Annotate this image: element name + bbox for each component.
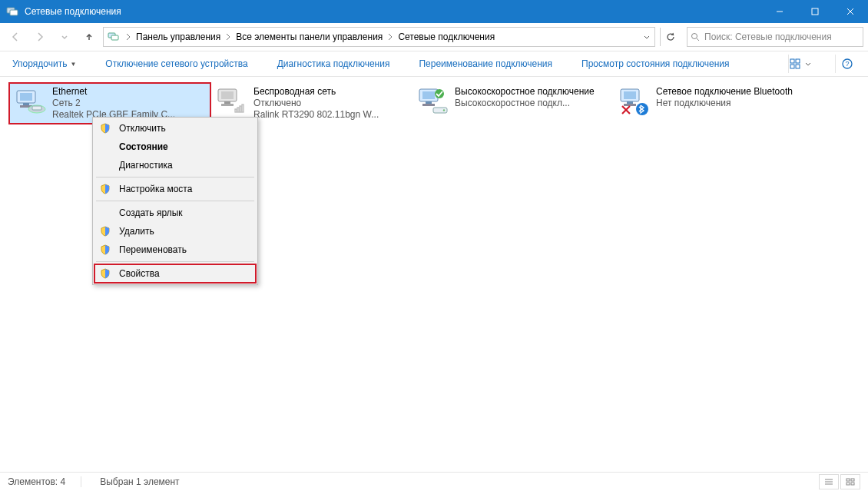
status-bar: Элементов: 4 Выбран 1 элемент bbox=[0, 472, 868, 491]
menu-item-shortcut[interactable]: Создать ярлык bbox=[94, 204, 256, 222]
svg-line-9 bbox=[697, 38, 699, 41]
svg-rect-18 bbox=[23, 103, 29, 105]
search-icon bbox=[691, 32, 700, 41]
organize-button[interactable]: Упорядочить▼ bbox=[9, 57, 79, 71]
menu-separator bbox=[96, 201, 254, 201]
svg-rect-12 bbox=[790, 65, 794, 68]
connection-name: Ethernet bbox=[52, 86, 175, 98]
svg-rect-27 bbox=[237, 108, 239, 112]
diagnose-button[interactable]: Диагностика подключения bbox=[274, 57, 393, 71]
toolbar: Упорядочить▼ Отключение сетевого устройс… bbox=[0, 51, 868, 77]
back-button[interactable] bbox=[5, 26, 26, 48]
svg-rect-10 bbox=[790, 59, 794, 63]
disable-device-button[interactable]: Отключение сетевого устройства bbox=[102, 57, 250, 71]
connection-name: Беспроводная сеть bbox=[253, 86, 379, 98]
svg-point-34 bbox=[435, 89, 444, 98]
svg-rect-3 bbox=[812, 8, 818, 15]
network-adapter-icon bbox=[618, 86, 651, 117]
svg-rect-7 bbox=[111, 35, 118, 40]
svg-rect-13 bbox=[796, 65, 800, 68]
close-button[interactable] bbox=[833, 0, 868, 23]
content-area: Ethernet Сеть 2 Realtek PCIe GBE Family … bbox=[0, 77, 868, 472]
rename-button[interactable]: Переименование подключения bbox=[416, 57, 555, 71]
svg-rect-25 bbox=[221, 104, 234, 106]
menu-item-rename[interactable]: Переименовать bbox=[94, 241, 256, 259]
svg-rect-17 bbox=[20, 93, 32, 101]
svg-point-36 bbox=[443, 109, 445, 111]
titlebar: Сетевые подключения bbox=[0, 0, 868, 23]
connection-device: Ralink RT3290 802.11bgn W... bbox=[253, 109, 379, 121]
menu-item-disable[interactable]: Отключить bbox=[94, 119, 256, 138]
breadcrumb-3[interactable]: Сетевые подключения bbox=[395, 28, 498, 46]
svg-rect-35 bbox=[433, 108, 447, 113]
shield-icon bbox=[98, 267, 113, 280]
svg-rect-1 bbox=[10, 10, 18, 15]
connection-name: Высокоскоростное подключение bbox=[455, 86, 595, 98]
menu-item-diagnose[interactable]: Диагностика bbox=[94, 156, 256, 174]
connection-device: Высокоскоростное подкл... bbox=[455, 98, 595, 109]
svg-rect-48 bbox=[851, 479, 854, 481]
connection-status: Отключено bbox=[253, 98, 379, 109]
up-button[interactable] bbox=[78, 26, 100, 48]
connection-status: Сеть 2 bbox=[52, 98, 175, 109]
forward-button[interactable] bbox=[29, 26, 51, 48]
chevron-right-icon[interactable] bbox=[225, 33, 231, 41]
menu-item-status[interactable]: Состояние bbox=[94, 138, 256, 156]
chevron-right-icon[interactable] bbox=[125, 33, 131, 41]
help-button[interactable]: ? bbox=[835, 55, 859, 73]
svg-point-8 bbox=[692, 34, 697, 39]
minimize-button[interactable] bbox=[762, 0, 797, 23]
menu-item-properties[interactable]: Свойства bbox=[94, 264, 256, 283]
refresh-button[interactable] bbox=[660, 28, 681, 46]
maximize-button[interactable] bbox=[797, 0, 833, 23]
svg-rect-33 bbox=[422, 104, 435, 106]
status-selected: Выбран 1 элемент bbox=[100, 476, 194, 487]
svg-rect-47 bbox=[846, 479, 850, 481]
svg-rect-32 bbox=[426, 101, 432, 104]
window-buttons bbox=[762, 0, 868, 23]
shield-icon bbox=[98, 121, 113, 135]
network-adapter-icon bbox=[416, 86, 450, 117]
recent-dropdown[interactable] bbox=[54, 26, 75, 48]
svg-rect-50 bbox=[851, 483, 854, 485]
search-box[interactable] bbox=[687, 27, 863, 47]
view-large-button[interactable] bbox=[840, 474, 860, 489]
connection-highspeed[interactable]: Высокоскоростное подключение Высокоскоро… bbox=[412, 83, 613, 124]
shield-icon bbox=[98, 182, 113, 196]
svg-text:?: ? bbox=[845, 60, 849, 68]
svg-rect-29 bbox=[242, 105, 244, 112]
menu-separator bbox=[96, 177, 254, 177]
svg-rect-26 bbox=[235, 109, 237, 112]
network-adapter-icon bbox=[14, 86, 48, 117]
breadcrumb-1[interactable]: Панель управления bbox=[133, 28, 224, 46]
address-dropdown[interactable] bbox=[639, 28, 654, 46]
svg-rect-39 bbox=[627, 101, 633, 104]
svg-rect-38 bbox=[624, 91, 636, 99]
address-bar: Панель управления Все элементы панели уп… bbox=[0, 23, 868, 51]
view-details-button[interactable] bbox=[819, 474, 839, 489]
shield-icon bbox=[98, 224, 113, 238]
menu-item-bridge[interactable]: Настройка моста bbox=[94, 180, 256, 198]
svg-rect-11 bbox=[796, 59, 800, 63]
svg-rect-40 bbox=[624, 104, 636, 106]
context-menu: Отключить Состояние Диагностика Настройк… bbox=[92, 117, 258, 285]
connection-bluetooth[interactable]: Сетевое подключение Bluetooth Нет подклю… bbox=[613, 83, 814, 124]
svg-rect-21 bbox=[32, 106, 41, 110]
svg-rect-23 bbox=[221, 91, 234, 99]
network-adapter-icon bbox=[215, 86, 249, 117]
connection-device: Нет подключения bbox=[656, 98, 793, 109]
svg-rect-31 bbox=[422, 91, 435, 99]
menu-separator bbox=[96, 261, 254, 262]
breadcrumb-2[interactable]: Все элементы панели управления bbox=[233, 28, 386, 46]
view-options-button[interactable] bbox=[788, 55, 812, 73]
status-count: Элементов: 4 bbox=[8, 476, 81, 487]
search-input[interactable] bbox=[703, 31, 860, 43]
menu-item-delete[interactable]: Удалить bbox=[94, 222, 256, 241]
address-box[interactable]: Панель управления Все элементы панели уп… bbox=[103, 27, 655, 47]
chevron-right-icon[interactable] bbox=[387, 33, 393, 41]
svg-rect-49 bbox=[846, 483, 850, 485]
status-button[interactable]: Просмотр состояния подключения bbox=[578, 57, 732, 71]
shield-icon bbox=[98, 243, 113, 257]
app-icon bbox=[6, 5, 18, 18]
svg-rect-28 bbox=[240, 106, 241, 112]
